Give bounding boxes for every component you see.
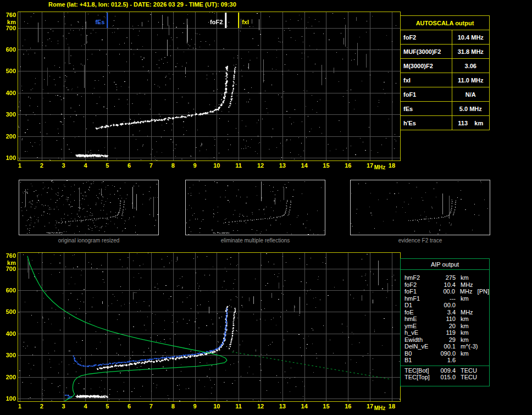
x-tick-label: 16 bbox=[340, 403, 356, 410]
y-tick-label: 600 bbox=[0, 46, 16, 53]
aip-tec-divider bbox=[401, 366, 489, 366]
aip-row-TECBot: TEC[Bot]009.4TECU bbox=[404, 367, 489, 374]
aip-unit: km bbox=[461, 329, 469, 336]
aip-rows: hmF2275km foF210.4MHz foF100.0MHz [PN] h… bbox=[401, 270, 489, 364]
aip-label: hmE bbox=[404, 316, 435, 323]
x-tick-label: 11 bbox=[230, 162, 247, 169]
param-value: 5.0 MHz bbox=[452, 102, 489, 116]
aip-unit: TECU bbox=[461, 374, 477, 381]
aip-value: 275 bbox=[435, 274, 456, 281]
x-tick-label: 12 bbox=[252, 403, 269, 410]
y-axis-unit-label: km bbox=[0, 19, 16, 25]
marker-label-fxI: fxI bbox=[242, 19, 249, 25]
x-tick-label: 11 bbox=[230, 403, 247, 410]
aip-unit: km bbox=[461, 274, 469, 281]
x-tick-label: 7 bbox=[143, 162, 159, 169]
param-label: MUF(3000)F2 bbox=[401, 45, 452, 59]
aip-unit: MHz bbox=[461, 281, 473, 289]
x-tick-label: 14 bbox=[296, 403, 313, 410]
x-axis-unit-label: MHz bbox=[372, 405, 388, 411]
autoscala-row-fEs: fEs 5.0 MHz bbox=[401, 102, 490, 116]
aip-unit: m^(-3) bbox=[461, 343, 478, 350]
x-tick-label: 7 bbox=[143, 403, 159, 410]
aip-row-foE: foE3.4MHz bbox=[404, 309, 489, 316]
param-value: 3.06 bbox=[452, 59, 489, 73]
y-tick-label: 200 bbox=[0, 374, 16, 380]
autoscala-row-hpEs: h'Es 113 km bbox=[401, 116, 490, 130]
marker-label-fEs: fEs bbox=[81, 19, 104, 25]
x-tick-label: 6 bbox=[121, 162, 137, 169]
panel-caption-multiples: eliminate multiple reflections bbox=[185, 237, 325, 244]
aip-tec-rows: TEC[Bot]009.4TECU TEC[Top]015.0TECU bbox=[401, 367, 489, 381]
param-label: fxI bbox=[401, 73, 452, 87]
y-tick-label: 100 bbox=[0, 395, 16, 402]
y-axis-unit-label: km bbox=[0, 259, 16, 266]
aip-label: D1 bbox=[404, 302, 435, 309]
aip-label: foF1 bbox=[404, 288, 434, 295]
param-label: foF1 bbox=[401, 87, 452, 102]
autoscala-row-MUF3000F2: MUF(3000)F2 31.8 MHz bbox=[401, 45, 490, 59]
autoscala-title: AUTOSCALA output bbox=[401, 16, 490, 30]
aip-title: AIP output bbox=[401, 259, 489, 270]
y-tick-label: 100 bbox=[0, 154, 16, 161]
aip-unit: km bbox=[461, 295, 469, 302]
aip-value: 00.0 bbox=[434, 288, 455, 295]
param-label: M(3000)F2 bbox=[401, 59, 452, 73]
autoscala-output-table: AUTOSCALA output foF2 10.4 MHz MUF(3000)… bbox=[400, 15, 490, 130]
param-value: 31.8 MHz bbox=[452, 45, 489, 59]
panel-caption-original: original ionogram resized bbox=[19, 237, 159, 244]
aip-unit: km bbox=[461, 336, 469, 344]
aip-label: TEC[Bot] bbox=[404, 367, 435, 374]
aip-value: 00.0 bbox=[435, 302, 456, 309]
aip-row-TECTop: TEC[Top]015.0TECU bbox=[404, 374, 489, 381]
y-tick-label: 700 bbox=[0, 25, 16, 31]
autoscala-row-foF1: foF1 N/A bbox=[401, 87, 490, 102]
x-tick-label: 10 bbox=[208, 403, 225, 410]
x-tick-label: 5 bbox=[99, 162, 115, 169]
x-tick-label: 12 bbox=[252, 162, 269, 169]
marker-label-foF2: foF2 bbox=[199, 19, 223, 25]
y-tick-label: 760 bbox=[0, 252, 16, 259]
x-tick-label: 1 bbox=[12, 162, 28, 169]
y-tick-label: 600 bbox=[0, 287, 16, 294]
x-axis-unit-label: MHz bbox=[372, 164, 388, 170]
panel-f2-trace bbox=[350, 180, 490, 235]
station-date-header: Rome (lat: +41.8, lon: 012.5) - DATE: 20… bbox=[48, 1, 236, 8]
x-tick-label: 9 bbox=[187, 162, 203, 169]
x-tick-label: 3 bbox=[56, 162, 72, 169]
aip-label: hmF1 bbox=[404, 295, 435, 302]
aip-label: ymE bbox=[404, 323, 435, 330]
aip-unit: km bbox=[461, 316, 469, 323]
aip-label: TEC[Top] bbox=[404, 374, 435, 381]
x-tick-label: 4 bbox=[77, 162, 93, 169]
autoscala-app-window: Rome (lat: +41.8, lon: 012.5) - DATE: 20… bbox=[0, 0, 532, 415]
x-tick-label: 1 bbox=[12, 403, 28, 410]
aip-row-hmE: hmE110km bbox=[404, 316, 489, 323]
aip-unit: km bbox=[461, 350, 469, 357]
autoscala-row-M3000F2: M(3000)F2 3.06 bbox=[401, 59, 490, 73]
aip-row-Ewidth: Ewidth29km bbox=[404, 336, 489, 344]
panel-f2trace-canvas bbox=[351, 180, 490, 235]
param-value: 11.0 MHz bbox=[452, 73, 489, 87]
aip-row-B1: B11.6 bbox=[404, 357, 489, 364]
aip-label: Ewidth bbox=[404, 336, 435, 344]
param-label: h'Es bbox=[401, 116, 452, 130]
x-tick-label: 14 bbox=[296, 162, 313, 169]
aip-value: 00.1 bbox=[435, 343, 456, 350]
y-tick-label: 700 bbox=[0, 265, 16, 272]
autoscala-table-header: AUTOSCALA output bbox=[401, 16, 490, 30]
aip-row-hmF1: hmF1---km bbox=[404, 295, 489, 302]
aip-row-hmF2: hmF2275km bbox=[404, 274, 489, 281]
aip-label: h_vE bbox=[404, 329, 435, 336]
aip-row-foF2: foF210.4MHz bbox=[404, 281, 489, 289]
aip-row-DelNvE: DelN_vE00.1m^(-3) bbox=[404, 343, 489, 350]
aip-label: DelN_vE bbox=[404, 343, 435, 350]
aip-value: 015.0 bbox=[435, 374, 456, 381]
aip-value: 29 bbox=[435, 336, 456, 344]
x-tick-label: 13 bbox=[274, 162, 291, 169]
x-tick-label: 5 bbox=[99, 403, 115, 410]
aip-value: --- bbox=[435, 295, 456, 302]
aip-value: 20 bbox=[435, 323, 456, 330]
y-tick-label: 500 bbox=[0, 308, 16, 315]
x-tick-label: 6 bbox=[121, 403, 137, 410]
